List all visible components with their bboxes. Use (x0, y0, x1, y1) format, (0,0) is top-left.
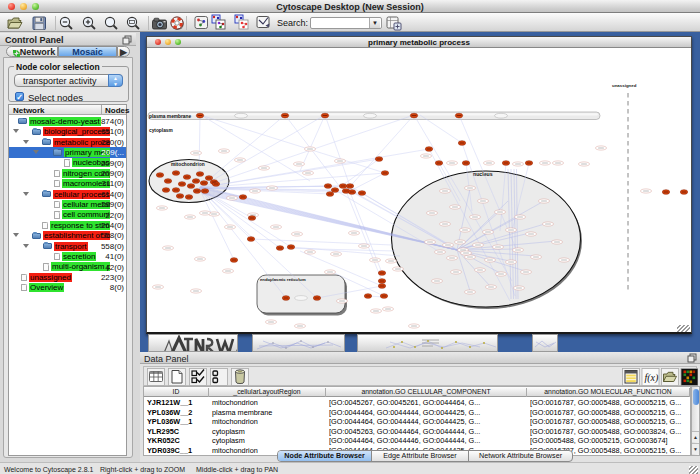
svg-text:endoplasmic reticulum: endoplasmic reticulum (260, 277, 306, 282)
svg-text:cytoplasm: cytoplasm (149, 128, 173, 133)
svg-text:f(x): f(x) (645, 372, 660, 384)
svg-text:plasma membrane: plasma membrane (149, 114, 191, 119)
svg-text:nucleus: nucleus (473, 171, 493, 177)
svg-text:unassigned: unassigned (612, 83, 637, 88)
svg-text:mitochondrion: mitochondrion (171, 162, 205, 167)
